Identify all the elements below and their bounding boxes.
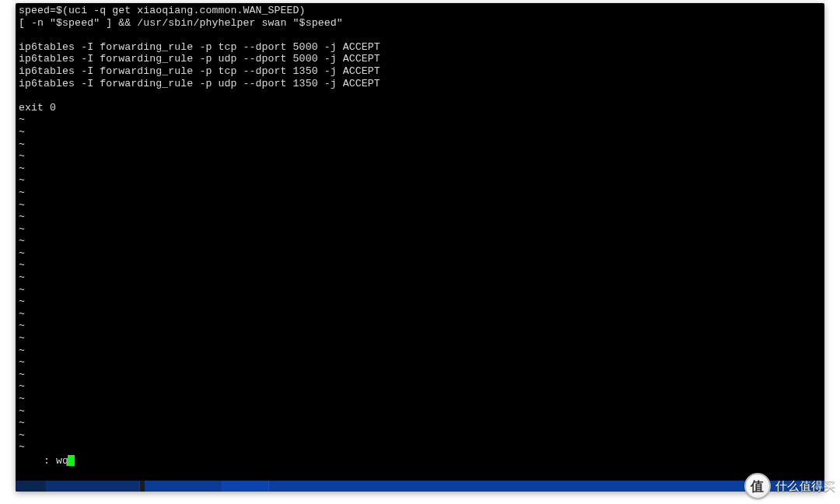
taskbar-segment	[145, 481, 222, 492]
editor-empty-line: ~	[19, 284, 821, 296]
editor-line: speed=$(uci -q get xiaoqiang.common.WAN_…	[19, 5, 821, 17]
editor-line	[19, 89, 821, 102]
taskbar-segment	[269, 481, 824, 492]
editor-empty-line: ~	[19, 235, 821, 247]
editor-empty-line: ~	[19, 223, 821, 236]
editor-empty-line: ~	[19, 320, 821, 332]
cursor-block	[68, 455, 75, 466]
editor-empty-line: ~	[19, 369, 821, 381]
editor-empty-line: ~	[19, 380, 821, 393]
editor-empty-line: ~	[19, 356, 821, 369]
editor-empty-line: ~	[19, 345, 821, 357]
editor-empty-line: ~	[19, 138, 821, 151]
editor-empty-line: ~	[19, 271, 821, 284]
editor-empty-line: ~	[19, 308, 821, 320]
editor-empty-line: ~	[19, 174, 821, 187]
editor-empty-line: ~	[19, 163, 821, 175]
editor-empty-line: ~	[19, 429, 821, 442]
editor-empty-line: ~	[19, 126, 821, 138]
editor-empty-line: ~	[19, 405, 821, 418]
editor-line: ip6tables -I forwarding_rule -p udp --dp…	[19, 53, 821, 65]
editor-empty-line: ~	[19, 259, 821, 271]
editor-empty-line: ~	[19, 393, 821, 405]
editor-empty-line: ~	[19, 199, 821, 212]
editor-buffer[interactable]: speed=$(uci -q get xiaoqiang.common.WAN_…	[19, 5, 821, 453]
editor-line: [ -n "$speed" ] && /usr/sbin/phyhelper s…	[19, 17, 821, 30]
editor-empty-line: ~	[19, 150, 821, 163]
editor-empty-line: ~	[19, 247, 821, 260]
terminal-window: speed=$(uci -q get xiaoqiang.common.WAN_…	[16, 3, 824, 492]
vi-command-line[interactable]: : wq	[19, 443, 75, 479]
editor-empty-line: ~	[19, 296, 821, 308]
editor-empty-line: ~	[19, 417, 821, 429]
editor-line: exit 0	[19, 102, 821, 114]
taskbar	[16, 481, 824, 492]
command-prefix: :	[44, 455, 56, 467]
editor-empty-line: ~	[19, 187, 821, 199]
editor-line	[19, 29, 821, 41]
taskbar-segment	[16, 481, 47, 492]
editor-empty-line: ~	[19, 114, 821, 126]
editor-empty-line: ~	[19, 332, 821, 345]
editor-line: ip6tables -I forwarding_rule -p tcp --dp…	[19, 41, 821, 54]
taskbar-segment	[47, 481, 140, 492]
editor-empty-line: ~	[19, 211, 821, 223]
editor-line: ip6tables -I forwarding_rule -p tcp --dp…	[19, 65, 821, 78]
command-text: wq	[56, 455, 68, 467]
editor-line: ip6tables -I forwarding_rule -p udp --dp…	[19, 78, 821, 90]
editor-empty-line: ~	[19, 441, 821, 453]
taskbar-segment	[222, 481, 269, 492]
